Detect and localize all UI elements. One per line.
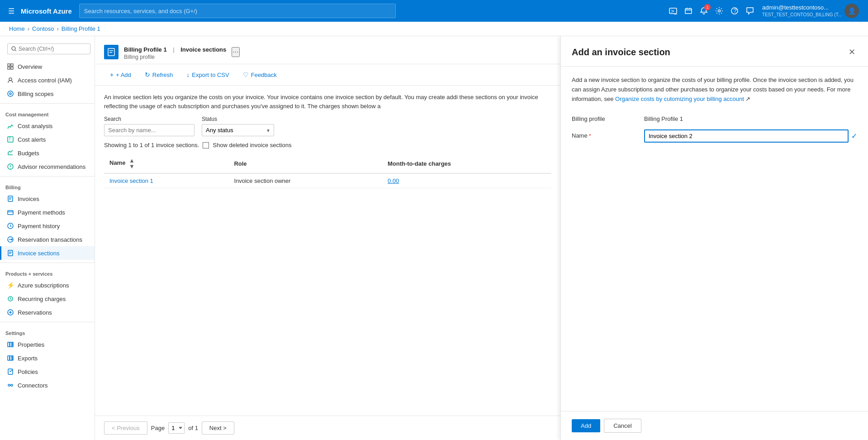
sidebar-item-recurring-charges[interactable]: Recurring charges: [0, 292, 95, 306]
svg-rect-18: [8, 210, 13, 215]
table-row: Invoice section 1 Invoice section owner …: [104, 173, 551, 188]
pagination-bar: < Previous Page 1 of 1 Next >: [95, 416, 560, 440]
name-field: Name * ✓: [572, 129, 857, 143]
page-title: Billing Profile 1 | Invoice sections: [124, 43, 226, 54]
sidebar-search-input[interactable]: [19, 46, 86, 52]
nav-icons-group: >_ 1 ? admin@testtestcontoso... TEST_TES…: [666, 2, 863, 20]
billing-scopes-icon: [7, 90, 14, 97]
row-name-cell: Invoice section 1: [104, 173, 228, 188]
column-role: Role: [228, 154, 382, 173]
status-filter-label: Status: [202, 116, 274, 122]
sidebar-item-azure-subscriptions[interactable]: ⚡ Azure subscriptions: [0, 278, 95, 292]
sidebar-item-payment-methods[interactable]: Payment methods: [0, 206, 95, 219]
required-indicator: *: [589, 133, 591, 139]
add-submit-button[interactable]: Add: [572, 419, 600, 432]
refresh-button[interactable]: ↻ Refresh: [139, 68, 179, 81]
refresh-icon: ↻: [145, 71, 150, 78]
policies-icon: [7, 368, 14, 375]
panel-close-button[interactable]: ✕: [847, 45, 857, 59]
sidebar-item-label-cost-alerts: Cost alerts: [18, 136, 46, 143]
access-control-icon: [7, 77, 14, 84]
page-header: Billing Profile 1 | Invoice sections Bil…: [95, 36, 560, 64]
sidebar-item-label-payment-history: Payment history: [18, 223, 60, 230]
sidebar-item-label-policies: Policies: [18, 368, 38, 375]
sidebar-item-budgets[interactable]: Budgets: [0, 146, 95, 160]
more-options-button[interactable]: ···: [232, 47, 239, 57]
sidebar: « Overview Access control (IAM) Billing …: [0, 36, 95, 440]
breadcrumb-contoso[interactable]: Contoso: [32, 25, 54, 32]
name-label: Name *: [572, 129, 635, 139]
next-button[interactable]: Next >: [202, 421, 234, 435]
page-select[interactable]: 1: [168, 422, 185, 434]
export-csv-button[interactable]: ↓ Export to CSV: [180, 68, 235, 81]
add-button[interactable]: + + Add: [104, 68, 137, 81]
page-icon: [104, 45, 119, 59]
invoice-sections-icon: [7, 249, 14, 257]
sidebar-item-policies[interactable]: Policies: [0, 365, 95, 378]
feedback-button[interactable]: ♡ Feedback: [237, 68, 283, 81]
payment-methods-icon: [7, 209, 14, 216]
sidebar-item-overview[interactable]: Overview: [0, 60, 95, 73]
notifications-icon[interactable]: 1: [697, 4, 711, 18]
search-filter-group: Search: [104, 116, 194, 136]
help-icon[interactable]: ?: [728, 4, 741, 18]
sidebar-item-reservation-transactions[interactable]: Reservation transactions: [0, 233, 95, 246]
breadcrumb-home[interactable]: Home: [9, 25, 25, 32]
cancel-button[interactable]: Cancel: [604, 419, 641, 433]
page-label: Page: [151, 425, 165, 431]
sidebar-item-label-payment-methods: Payment methods: [18, 209, 65, 216]
svg-rect-2: [685, 9, 692, 14]
directory-icon[interactable]: [682, 4, 695, 18]
sidebar-item-reservations[interactable]: Reservations: [0, 306, 95, 319]
sidebar-item-connectors[interactable]: Connectors: [0, 378, 95, 392]
name-input[interactable]: [644, 129, 849, 143]
toolbar: + + Add ↻ Refresh ↓ Export to CSV ♡ Feed…: [95, 64, 560, 86]
notification-count: 1: [704, 4, 711, 10]
charges-link[interactable]: 0.00: [388, 177, 399, 184]
organize-costs-link[interactable]: Organize costs by cutomizing your billin…: [615, 96, 744, 102]
payment-history-icon: [7, 222, 14, 230]
global-search-bar[interactable]: [79, 4, 396, 18]
column-charges: Month-to-date charges: [382, 154, 551, 173]
sidebar-item-access-control[interactable]: Access control (IAM): [0, 73, 95, 87]
sidebar-item-label-exports: Exports: [18, 355, 38, 362]
search-filter-input[interactable]: [104, 124, 194, 136]
sidebar-item-advisor[interactable]: Advisor recommendations: [0, 160, 95, 173]
sidebar-item-cost-analysis[interactable]: Cost analysis: [0, 119, 95, 133]
sidebar-item-label-invoice-sections: Invoice sections: [18, 250, 60, 257]
settings-icon[interactable]: [712, 4, 726, 18]
sidebar-item-invoices[interactable]: Invoices: [0, 192, 95, 206]
sidebar-item-exports[interactable]: Exports: [0, 351, 95, 365]
global-search-input[interactable]: [84, 8, 391, 14]
page-subtitle: Billing profile: [124, 54, 226, 60]
invoices-icon: [7, 195, 14, 202]
sidebar-item-properties[interactable]: Properties: [0, 338, 95, 351]
main-content: Billing Profile 1 | Invoice sections Bil…: [95, 36, 560, 440]
invoice-sections-table: Name ▲▼ Role Month-to-date charges: [104, 154, 551, 188]
sidebar-item-billing-scopes[interactable]: Billing scopes: [0, 87, 95, 100]
sidebar-search[interactable]: [7, 43, 90, 54]
invoice-section-link[interactable]: Invoice section 1: [109, 177, 153, 184]
name-input-wrapper: ✓: [644, 129, 857, 143]
svg-point-3: [718, 10, 721, 12]
hamburger-menu[interactable]: ☰: [5, 4, 17, 18]
reservation-transactions-icon: [7, 236, 14, 243]
svg-rect-33: [108, 48, 114, 56]
sidebar-item-label-advisor: Advisor recommendations: [18, 163, 85, 170]
sidebar-item-payment-history[interactable]: Payment history: [0, 219, 95, 233]
sidebar-item-label-billing-scopes: Billing scopes: [18, 91, 54, 97]
sidebar-item-invoice-sections[interactable]: Invoice sections: [0, 246, 95, 260]
sidebar-item-label-recurring: Recurring charges: [18, 296, 66, 302]
svg-point-31: [8, 384, 10, 386]
previous-button[interactable]: < Previous: [104, 421, 147, 435]
show-deleted-checkbox[interactable]: [203, 142, 209, 148]
sidebar-item-label-invoices: Invoices: [18, 196, 39, 202]
status-filter-select[interactable]: Any status Active Disabled Deleted: [202, 124, 274, 136]
sidebar-item-cost-alerts[interactable]: ! Cost alerts: [0, 133, 95, 146]
sort-icon[interactable]: ▲▼: [129, 158, 135, 169]
feedback-nav-icon[interactable]: [743, 4, 757, 18]
cloud-shell-icon[interactable]: >_: [666, 4, 680, 18]
svg-point-12: [8, 91, 13, 96]
user-profile[interactable]: admin@testtestcontoso... TEST_TEST_CONTO…: [759, 2, 863, 20]
breadcrumb-billing-profile[interactable]: Billing Profile 1: [62, 25, 100, 32]
